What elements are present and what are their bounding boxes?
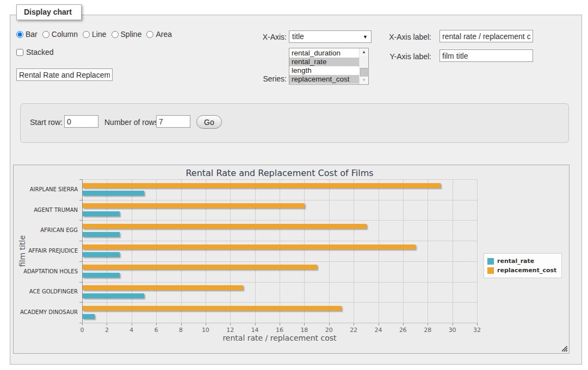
gridline-v: [107, 179, 107, 323]
x-axis-line: [82, 323, 477, 323]
legend-swatch-icon: [487, 267, 494, 274]
y-axis-line: [82, 179, 83, 323]
radio-spline[interactable]: [112, 31, 119, 38]
x-tick-label: 2: [97, 327, 116, 334]
series-option-length[interactable]: length: [289, 66, 359, 75]
series-option-rental_rate[interactable]: rental_rate: [289, 58, 359, 66]
gridline-v: [156, 179, 157, 323]
x-axis-select-label: X-Axis:: [228, 33, 287, 41]
chart-title-input[interactable]: [16, 68, 113, 81]
x-tick-label: 30: [443, 327, 462, 334]
bar-rental_rate[interactable]: [83, 191, 144, 196]
radio-column[interactable]: [42, 31, 49, 38]
chart-type-radio-column[interactable]: Column: [42, 30, 78, 39]
x-tick-label: 32: [467, 327, 487, 334]
x-tick-label: 0: [72, 327, 92, 334]
radio-label: Bar: [26, 30, 38, 39]
x-axis-select[interactable]: title ▼: [289, 30, 372, 43]
x-tick-label: 28: [418, 327, 437, 334]
stacked-checkbox[interactable]: [16, 49, 23, 56]
bar-replacement_cost[interactable]: [83, 244, 416, 249]
chart-y-axis-title: film title: [18, 235, 27, 267]
chart-type-radio-area[interactable]: Area: [146, 30, 172, 39]
x-axis-selected-value: title: [292, 32, 304, 41]
radio-label: Area: [156, 30, 172, 39]
start-row-label: Start row:: [30, 118, 63, 127]
legend-label: rental_rate: [497, 258, 534, 265]
chart-type-radio-line[interactable]: Line: [83, 30, 106, 39]
chevron-down-icon: ▼: [363, 34, 368, 40]
radio-area[interactable]: [146, 31, 153, 38]
scroll-down-icon[interactable]: ▼: [360, 77, 368, 84]
category-label: ADAPTATION HOLES: [17, 268, 78, 274]
start-row-input[interactable]: [64, 115, 98, 128]
row-controls-box: [20, 103, 569, 143]
chart-type-radio-group: BarColumnLineSplineArea: [16, 30, 177, 40]
chart-container: Rental Rate and Replacement Cost of Film…: [13, 165, 570, 354]
radio-label: Spline: [121, 30, 142, 39]
x-tick-label: 18: [294, 327, 314, 334]
series-listbox-scrollbar[interactable]: ▲ ▼: [359, 48, 368, 84]
panel-title: Display chart: [16, 4, 82, 20]
gridline-v: [230, 179, 231, 323]
x-tick-label: 22: [344, 327, 363, 334]
bar-rental_rate[interactable]: [83, 232, 120, 237]
category-label: ACE GOLDFINGER: [17, 289, 78, 294]
gridline-v: [403, 179, 404, 323]
num-rows-label: Number of rows:: [104, 118, 160, 127]
legend-item-rental_rate[interactable]: rental_rate: [487, 256, 556, 266]
gridline-v: [453, 179, 453, 323]
bar-replacement_cost[interactable]: [83, 285, 243, 290]
gridline-v: [379, 179, 379, 323]
radio-label: Line: [92, 30, 106, 39]
x-axis-label-input[interactable]: [440, 30, 533, 42]
stacked-checkbox-row[interactable]: Stacked: [16, 48, 54, 57]
bar-rental_rate[interactable]: [83, 252, 120, 257]
bar-replacement_cost[interactable]: [83, 203, 305, 208]
radio-bar[interactable]: [16, 31, 23, 38]
gridline-v: [477, 179, 478, 323]
series-listbox-label: Series:: [228, 74, 287, 83]
x-tick-label: 24: [369, 327, 388, 334]
scroll-up-icon[interactable]: ▲: [360, 48, 368, 56]
radio-label: Column: [52, 30, 78, 39]
bar-replacement_cost[interactable]: [83, 265, 317, 269]
x-tick-label: 16: [270, 327, 289, 334]
category-label: ACADEMY DINOSAUR: [17, 309, 78, 315]
series-option-replacement_cost[interactable]: replacement_cost: [289, 75, 359, 84]
x-tick-label: 14: [245, 327, 265, 334]
chart-type-radio-spline[interactable]: Spline: [112, 30, 142, 39]
page: Display chart BarColumnLineSplineArea St…: [0, 0, 588, 370]
x-tick-label: 10: [196, 327, 215, 334]
gridline-v: [206, 179, 206, 323]
num-rows-input[interactable]: [156, 115, 190, 128]
bar-replacement_cost[interactable]: [83, 224, 367, 229]
resize-handle-icon[interactable]: [562, 346, 568, 352]
bar-replacement_cost[interactable]: [83, 306, 342, 311]
bar-rental_rate[interactable]: [83, 293, 144, 298]
chart-x-axis-title: rental rate / replacement cost: [82, 334, 477, 342]
gridline-v: [304, 179, 305, 323]
category-label: AIRPLANE SIERRA: [17, 186, 78, 192]
series-listbox-items: rental_durationrental_ratelengthreplacem…: [289, 49, 359, 84]
x-tick-label: 20: [319, 327, 339, 334]
series-option-rental_duration[interactable]: rental_duration: [289, 49, 359, 58]
gridline-v: [329, 179, 330, 323]
bar-rental_rate[interactable]: [83, 314, 95, 319]
bar-replacement_cost[interactable]: [83, 183, 441, 188]
go-button[interactable]: Go: [196, 115, 222, 129]
radio-line[interactable]: [83, 31, 90, 38]
category-label: AFRICAN EGG: [17, 227, 78, 233]
gridline-v: [280, 179, 280, 323]
bar-rental_rate[interactable]: [83, 211, 120, 216]
series-listbox[interactable]: rental_durationrental_ratelengthreplacem…: [289, 48, 369, 85]
chart-type-radio-bar[interactable]: Bar: [16, 30, 38, 39]
x-axis-tick: [477, 323, 478, 325]
y-axis-label-input[interactable]: [440, 49, 533, 62]
x-tick-label: 4: [122, 327, 141, 334]
bar-rental_rate[interactable]: [83, 273, 120, 278]
category-label: AGENT TRUMAN: [17, 207, 78, 213]
gridline-v: [354, 179, 354, 323]
chart-title: Rental Rate and Replacement Cost of Film…: [82, 168, 477, 178]
legend-item-replacement_cost[interactable]: replacement_cost: [487, 266, 556, 275]
